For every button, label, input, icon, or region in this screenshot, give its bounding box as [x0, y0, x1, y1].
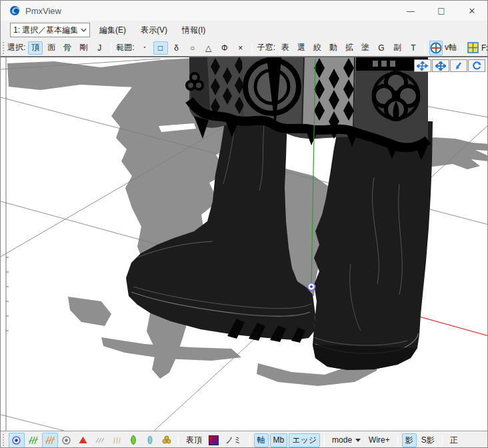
quad-view-button[interactable]: [467, 41, 479, 55]
wire-gray-icon: [95, 435, 105, 445]
select-label: 選択:: [7, 42, 25, 53]
subwin-g-button[interactable]: G: [374, 41, 389, 55]
origin-marker: [308, 283, 315, 291]
range-label: 範囲:: [116, 42, 134, 53]
menu-info[interactable]: 情報(I): [177, 22, 211, 39]
toggle-bone2-display[interactable]: [142, 433, 158, 448]
toggle-joint-display[interactable]: [159, 433, 175, 448]
toggle-rigidbody-display[interactable]: [75, 433, 91, 448]
separator: [178, 434, 179, 446]
close-button[interactable]: ✕: [457, 1, 487, 21]
mode-label: mode: [332, 435, 352, 445]
subwin-kaku-button[interactable]: 拡: [342, 41, 357, 55]
separator: [249, 434, 250, 446]
wire-plus-button[interactable]: Wire+: [365, 433, 393, 447]
toolbar-grip[interactable]: [3, 42, 4, 54]
menu-bar: 1: 選択／基本編集 編集(E) 表示(V) 情報(I): [1, 21, 487, 39]
bone-teal-icon: [146, 435, 154, 445]
pmxview-window: PmxView — □ ✕ 1: 選択／基本編集 編集(E) 表示(V) 情報(…: [0, 0, 488, 448]
view-axis-button[interactable]: [429, 41, 443, 55]
vertex-gray-icon: [61, 435, 71, 445]
subwin-nuri-button[interactable]: 塗: [358, 41, 373, 55]
mesh-green-icon: [28, 435, 39, 445]
range-x-button[interactable]: ×: [233, 41, 248, 55]
model-right-boot: [313, 121, 433, 370]
separator: [324, 434, 325, 446]
front-vertex-button[interactable]: 表頂: [183, 433, 205, 447]
edit-mode-value: 1: 選択／基本編集: [13, 25, 81, 36]
edge-toggle-button[interactable]: エッジ: [289, 433, 320, 447]
subwin-sen-button[interactable]: 選: [294, 41, 309, 55]
separator: [252, 42, 253, 54]
pan-view-button[interactable]: [414, 59, 431, 72]
dropdown-arrow-icon: [355, 439, 361, 442]
vertex-blue-icon: [11, 435, 21, 445]
range-phi-button[interactable]: Φ: [217, 41, 232, 55]
self-shadow-toggle-button[interactable]: S影: [418, 433, 438, 447]
wire-tan-icon: [111, 435, 122, 445]
subwin-shibo-button[interactable]: 絞: [310, 41, 325, 55]
subwin-t-button[interactable]: T: [406, 41, 421, 55]
vaxis-label: v軸: [445, 42, 457, 53]
toggle-wire-display[interactable]: [92, 433, 108, 448]
view-controls: [414, 59, 486, 72]
toolbar: 選択: 頂 面 骨 剛 J 範囲: ・ □ δ ○ △ Φ × 子窓: 表 選 …: [1, 39, 487, 57]
range-circle-button[interactable]: ○: [185, 41, 200, 55]
mb-toggle-button[interactable]: Mb: [270, 433, 288, 447]
viewport-3d[interactable]: [1, 57, 487, 431]
shadow-toggle-button[interactable]: 影: [402, 433, 417, 447]
range-triangle-button[interactable]: △: [201, 41, 216, 55]
select-vertex-button[interactable]: 頂: [28, 41, 43, 55]
pan-3d-icon: [417, 61, 429, 71]
window-title: PmxView: [25, 6, 395, 16]
separator: [462, 42, 463, 54]
axis-toggle-button[interactable]: 軸: [254, 433, 269, 447]
axis-gizmo-icon: [430, 42, 442, 54]
move-icon: [435, 61, 446, 71]
toggle-selected-wire-display[interactable]: [109, 433, 125, 448]
app-icon: [9, 5, 20, 16]
rotate-icon: [472, 61, 481, 71]
chevron-down-icon: [81, 28, 87, 32]
scene-canvas: [1, 57, 488, 431]
menu-view[interactable]: 表示(V): [135, 22, 173, 39]
mode-dropdown[interactable]: mode: [329, 433, 364, 447]
maximize-button[interactable]: □: [426, 1, 457, 21]
menu-edit[interactable]: 編集(E): [94, 22, 131, 39]
select-face-button[interactable]: 面: [44, 41, 59, 55]
bottombar-grip[interactable]: [3, 434, 6, 446]
toggle-mesh-display[interactable]: [25, 433, 41, 448]
move-view-button[interactable]: [432, 59, 449, 72]
subwin-fuku-button[interactable]: 副: [390, 41, 405, 55]
select-bone-button[interactable]: 骨: [60, 41, 75, 55]
vertex-color-swatch[interactable]: [209, 435, 219, 445]
joint-yellow-icon: [161, 435, 172, 445]
title-bar: PmxView — □ ✕: [1, 1, 487, 21]
subwin-hyou-button[interactable]: 表: [278, 41, 293, 55]
bone-green-icon: [129, 435, 137, 445]
toggle-hidden-vertex-display[interactable]: [59, 433, 75, 448]
bottom-bar: 表頂 ノミ 軸 Mb エッジ mode Wire+ 影 S影 正: [1, 431, 487, 448]
range-rect-button[interactable]: □: [153, 41, 168, 55]
quad-grid-icon: [467, 42, 479, 53]
toggle-bone-display[interactable]: [125, 433, 141, 448]
subwin-dou-button[interactable]: 動: [326, 41, 341, 55]
zoom-arrow-icon: [454, 61, 463, 71]
edit-mode-select[interactable]: 1: 選択／基本編集: [10, 23, 90, 37]
normal-toggle-button[interactable]: 正: [447, 433, 461, 447]
select-joint-button[interactable]: J: [92, 41, 107, 55]
zoom-view-button[interactable]: [450, 59, 467, 72]
rotate-view-button[interactable]: [468, 59, 485, 72]
viewport-left-ruler: [6, 57, 9, 431]
range-delta-button[interactable]: δ: [169, 41, 184, 55]
subwindow-label: 子窓:: [257, 42, 275, 53]
mesh-orange-icon: [45, 435, 55, 445]
minimize-button[interactable]: —: [395, 1, 426, 21]
separator: [442, 434, 443, 446]
select-rigid-button[interactable]: 剛: [76, 41, 91, 55]
toggle-selected-mesh-display[interactable]: [42, 433, 58, 448]
range-point-button[interactable]: ・: [137, 41, 152, 55]
toggle-vertex-display[interactable]: [9, 433, 25, 448]
nomi-button[interactable]: ノミ: [222, 433, 245, 447]
separator: [111, 42, 111, 54]
